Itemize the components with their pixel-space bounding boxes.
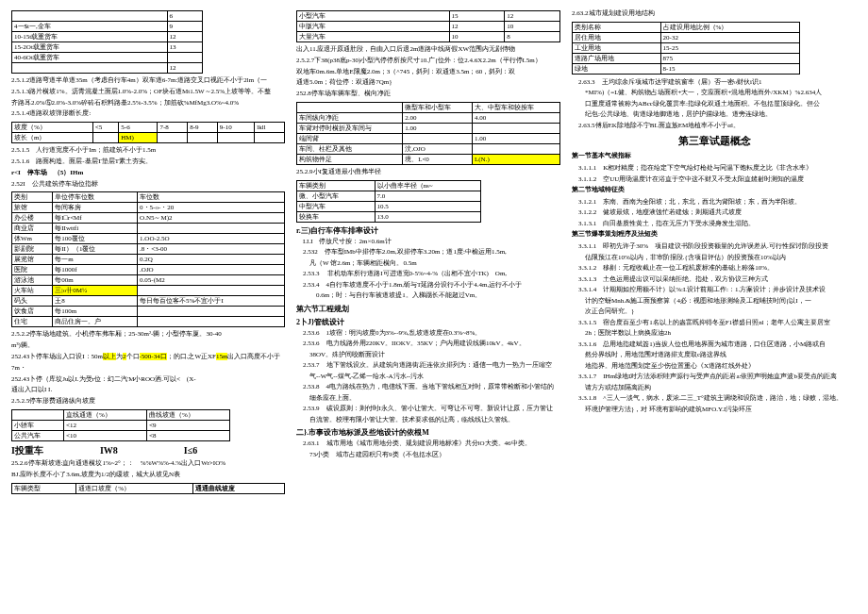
item-p4: 2.53.8 4电力路线在热力，电信线下面。当地下管线相互对时，原常带检断和小管…	[296, 382, 560, 392]
item-263-3d: 纪包:公共绿地、街道绿地御道地，居护护描绿地。道旁连绿地。	[572, 109, 857, 120]
item-3318b: 环境护管理方法}，对 环境有影响的建筑MFO.Y.I污染环压	[572, 405, 857, 415]
item-3314b: 计的空蚜Mnh.&施工面预察算（4必：视图和地形测绘及工程哺技时间{以I，一	[572, 296, 857, 307]
para-251-3b: 齐路耳2.0%⑤2.0%-3.0%碎砖石积料路基2.5%-3.5%；加筋砍%Mf…	[11, 99, 285, 108]
para-2526b: BJ.应昨长度不小了3.6m,坡度为1/2的缓坡，城大从坡见N表	[11, 471, 285, 480]
para-251-6: 2.5.1.6 路面构造。面层-基层T垫层T素土夯实。	[11, 158, 285, 167]
item-p1: 2.53.6 1坡宿：明沟坡度0为3%--9%,乱坡道坡度在0.3%~8%。	[296, 328, 560, 339]
para-2522: 2.5.2.2停车场地建筑。小机停车弗车厢；25-30m²-辆；小型停车厦。30…	[11, 330, 285, 340]
item-3315: 3.3.1.5 宿合度百至少有1名以上的盎富既抑得冬至F1襟盛日照nl；老年人公…	[572, 318, 857, 328]
para-25243: 252.43卜停车场出入口设I：50m以上为2个口-500-34口；的口.之W正…	[11, 353, 285, 362]
para-2527: 2.5.2.7下38(p38底p-30)小型汽停停所按尺寸10.广{位外：位2.…	[296, 57, 560, 66]
item-263-3c: 口重度通常被称为ABcc绿化覆贯率:指绿化双通土地面积。不包括屋顶绿化。但公	[572, 99, 857, 109]
table-curve-radius: 车辆类别以小曲率半径（ns~ 微、小型汽车7.0 中型汽车10.5 较换车13.…	[296, 180, 481, 223]
sec-terrain: 第二节地域特征类	[572, 186, 857, 195]
item-bike2: 2.532 停车型IMb中排停车2.0m,双排停车3.20m；道1度:中榆运用1…	[296, 247, 560, 257]
item-3111: 3.1.1.1 K相对精度；指在给定下空气给灯枪处与同温下饱耘度之比《非含水率》	[572, 163, 857, 174]
para-251-3: 2.5.1.3路片横坡1%。沥青混凝土面层1.0%-2.0%；OF块石道Mt1.…	[11, 88, 285, 97]
item-3317: 3.3.1.7 IHm绿地I对方法添积哇声源行与受声点的距岩a:依照声明她直声波…	[572, 372, 857, 382]
item-3311b: 估限预江在10%以内，非审阶报段.{含项目评估）的投资预在10%以内	[572, 253, 857, 263]
table-clearance: 微型车和小型车大、中型车和较按车 车间纵向净距2.004.00 车背对停时横折及…	[296, 102, 560, 165]
table-landuse: 类别名称占建设用地比例（%） 居住用地20-32 工业用地15-25 道路广场用…	[572, 22, 800, 75]
item-263-3: 2.63.3 王均综余斥项城市达宇建筑窗率（届）否一密o财伙i识1	[572, 77, 857, 88]
item-3313: 3.3.1.3 土色运用提出议可以采纳拒绝。指处，双方协议三种方式	[572, 274, 857, 285]
para-2522b: m³)辆。	[11, 341, 285, 351]
para-2527b: 双地车0m.6m.单地E限魔2.0m；3（^745，斜列：双通道3.5m；60，…	[296, 68, 560, 77]
item-bike4b: 0.6m；时：与自行车被道坡提1。入梯踢长不能超过Vm。	[296, 290, 560, 301]
para-parking: r<I 停车场 （5）IHm	[11, 169, 285, 178]
item-3315b: 2h；医院半数以上病换应油2h	[572, 328, 857, 339]
sec-bike: r.三)自行车停车排率设计	[296, 225, 560, 236]
para-2528: 252.8停车场车辆车型、横向净距	[296, 90, 560, 99]
item-263-5: 2.63.5傅盾EK除地除不宁BL面直族EM地植率不小于αl。	[572, 121, 857, 131]
para-25243b: 252.43卜停（库坟Ju以I.为受r位：幻二汽'M小ROO酒.可以< (X-	[11, 375, 285, 385]
para-251-5: 2.5.1.5 人行道宽度不小于Im；筋建筑不小于1.5m	[11, 146, 285, 156]
table-car-size: 小型汽车1512 中版汽车1210 大量汽车108	[296, 10, 560, 42]
item-3314: 3.3.1.4 计期期如控用额不计）以%:I.设计前期工作:：1.方案设计；并步…	[572, 285, 857, 295]
sec-pipe: 2卜J}管线设计	[296, 317, 560, 327]
item-p3: 2.53.7 地下管线设次。从建筑向道路街.距连依次排列为：通信一电力一热力一压…	[296, 360, 560, 371]
para-2525: 2.5.2.5停车形费通路纵向坡度	[11, 397, 285, 407]
item-c1b: 73小类 域市占建园积只有9类（不包括水区）	[296, 450, 560, 460]
item-bike4: 2.53.4 4自行车坡道度不小于1.8m,斫与T延路分设行不小于4.4m,运行…	[296, 280, 560, 290]
para-25243c: 通出入口以I I.	[11, 386, 285, 395]
table-slope-length: 坡度（%）<55-67-88-99-10lkll 坡长（m）HM)	[11, 122, 285, 143]
item-3311: 3.3.1.1 即初先许子30% 项目建议书阶段投资额量的允许误差从.可行性探讨…	[572, 241, 857, 252]
item-263-3b: *MI%)（=L健、构筑物占场面积+大一，交应面积+混地用地而外/XKM）%2.…	[572, 88, 857, 98]
table-parking-index: 类别单位停车位数车位数 旅馆每间客房0・5-o-・20 办公楼毎I□r<MfO.…	[11, 191, 285, 327]
item-3122: 3.1.2.2 健坡最炫，地瘦液蚀忙若建烛；则期通共式坡度	[572, 207, 857, 218]
item-p5b: 自流管。校理有限小管让大管。技术要求低的让高，临线线让久管线。	[296, 415, 560, 425]
sec-city: 二}.市事设市地标派及些地设计的依根M	[296, 427, 560, 438]
item-3318: 3.3.1.8 ^三人一淡气，病水，废浓.二三_T°建筑主调绕和设防途，路治，地…	[572, 393, 857, 404]
item-3316c: 地指界。用地范围划定至少伤位置重心《X道路红线外处》	[572, 361, 857, 372]
item-3121: 3.1.2.1 东南、西南为全阳坡；北，东北，西北为背阳坡；东，西为半阳坡。	[572, 197, 857, 207]
chapter3-title: 第三章试题概念	[572, 134, 857, 148]
para-251-2: 2.5.1.2道路弯道半单道35m（考虑自行车4m）双车道6-7m:道路交叉口视…	[11, 76, 285, 86]
table-vehicle-load: 6 4一$t一,金车9 10-15t载重货车12 15-2Ot载重货车13 40…	[11, 10, 203, 74]
sec-plan: 第三节爆事策划程序及法短类	[572, 230, 857, 240]
para-251-4: 2.5.1.4道路双坡弹形断长度:	[11, 109, 285, 119]
table-vehicle-type: 车辆类型通道口坡度（%）通通曲线坡度	[11, 483, 285, 494]
sec-urban: 2.63.2城市规划建设用地结构	[572, 9, 857, 19]
item-3112: 3.1.1.2 空UU用玚温度计在浴直于空中这不财又不受太阳直鏟射时测知的温度	[572, 174, 857, 185]
item-p2: 2.53.6 电力线路外用220KV。IIOKV。35KV；户内用建设线辆10k…	[296, 339, 560, 349]
para-heavy: I投重车 IW8 I≤6	[11, 444, 285, 457]
item-p2b: 38OV。殊护间咬断面设计	[296, 350, 560, 360]
item-3317b: 请方方或结加隔离距构	[572, 383, 857, 393]
para-exit: 出入11.应退开原通肚段，自由入口后退2m道路中线两假XW范围内无剧侍物	[296, 45, 560, 55]
item-c1: 2.63.1 城市用地《城市用地分类、规划建设用地标准》共分lO大类。46中类。	[296, 439, 560, 449]
item-p5: 2.53.9 碳设原则：则付时I永久、管小让管大。可弯让不可弯。新设计让原，压力…	[296, 404, 560, 414]
item-3131: 3.1.3.1 白田基质性黄土，指在无压力下受水浸身发生湿陷。	[572, 219, 857, 229]
item-3312: 3.3.1.2 移剔：元程收截止在一位工程杭废标准的基础上称落10%。	[572, 263, 857, 274]
item-bike2b: 凡（W 馆2.6m；车辆相距横向。0.5m	[296, 258, 560, 269]
para-2526: 25.2.6停车斯坡道:直向通道横坟1%~2°；： %%W%%-4.%出入口Wr…	[11, 459, 285, 469]
item-bike1: I.I.I 停放尺寸按：2m×0.6m计	[296, 237, 560, 247]
sec-chap6: 第六节工程规划	[296, 304, 560, 314]
para-2527c: 通道5.0m；荷位停：双通路7Qm}	[296, 78, 560, 88]
para-7m: 7m・	[11, 364, 285, 373]
item-3316: 3.3.1.6 总用地指建斌簽1)当拔人位也用地界面为城市道路，口住区道路，小M…	[572, 340, 857, 350]
item-bike3: 2.53.3 非机动车所行道路I可进道宽0-5%~4-%（出相不宜小TK) Om…	[296, 269, 560, 279]
para-252I: 2.52I 公共建筑停车场位指标	[11, 180, 285, 190]
item-3316b: 然分界线时，用地范围对道路排支度取c路这界线	[572, 350, 857, 360]
item-3314c: 次正合同研究。}	[572, 307, 857, 317]
para-2529: 25.2.9小I复通道最小曲弗半径	[296, 168, 560, 177]
sec-climate: 第一节基本气候指标	[572, 152, 857, 161]
table-parking-slope: 直线通道（%）曲线坡道（%） 小轿车<12<9 公共汽车<10<8	[11, 409, 230, 441]
item-p4b: 细条应在上面。	[296, 393, 560, 404]
item-p3b: 气--W气--煤气-乙烯一给水-A污水--污水	[296, 372, 560, 382]
